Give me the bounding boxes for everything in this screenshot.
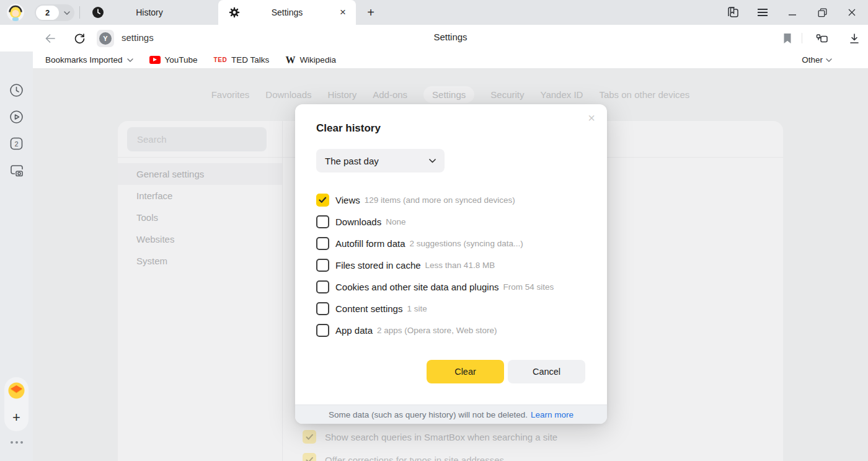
checkbox-row-cookies[interactable]: Cookies and other site data and plugins … — [316, 279, 554, 294]
settings-search-input[interactable] — [127, 127, 267, 151]
nav-tab-security[interactable]: Security — [490, 86, 524, 103]
profile-avatar[interactable] — [7, 4, 24, 21]
checkbox-icon[interactable] — [316, 302, 329, 315]
checkbox-detail: From 54 sites — [503, 282, 554, 292]
screenshot-icon[interactable] — [0, 160, 33, 181]
checkbox-label: Cookies and other site data and plugins — [335, 282, 499, 292]
wikipedia-icon: W — [285, 55, 295, 66]
sidebar-services-pill: + — [4, 377, 29, 431]
youtube-icon — [149, 56, 161, 64]
checkbox-row-app-data[interactable]: App data 2 apps (Opera store, Web store) — [316, 323, 497, 338]
checkbox-icon[interactable] — [316, 194, 329, 207]
checkbox-label: Files stored in cache — [335, 260, 421, 271]
tabs-panel-icon[interactable]: 2 — [0, 133, 33, 154]
restore-window-icon[interactable] — [807, 0, 837, 25]
chevron-down-icon — [826, 58, 832, 62]
bookmarks-imported-label: Bookmarks Imported — [45, 55, 123, 65]
checkbox-label: Views — [335, 195, 360, 205]
bookmark-flag-icon[interactable] — [779, 30, 795, 47]
checkbox-icon[interactable] — [316, 280, 329, 293]
checkbox-label: App data — [335, 325, 373, 336]
sidebar-item-system[interactable]: System — [118, 250, 282, 272]
time-range-select[interactable]: The past day — [316, 149, 445, 172]
checkbox-icon[interactable] — [316, 324, 329, 337]
toolbar: Y settings Settings — [33, 25, 868, 51]
chevron-down-icon[interactable] — [59, 11, 74, 15]
nav-tab-yandex-id[interactable]: Yandex ID — [540, 86, 583, 103]
nav-tab-settings[interactable]: Settings — [423, 86, 474, 103]
bookmark-ted-talks[interactable]: TED TED Talks — [214, 55, 270, 65]
checkbox-detail: 1 site — [407, 304, 427, 313]
dialog-close-icon[interactable]: × — [584, 110, 599, 125]
new-tab-button[interactable]: + — [362, 4, 379, 21]
nav-tab-other-devices[interactable]: Tabs on other devices — [599, 86, 689, 103]
browser-side-panel: 2 + — [0, 51, 33, 461]
panel-divider — [282, 121, 283, 461]
youtube-label: YouTube — [165, 55, 198, 65]
sidebar-item-websites[interactable]: Websites — [118, 228, 282, 250]
tab-history-label: History — [82, 7, 217, 17]
bookmarks-imported-folder[interactable]: Bookmarks Imported — [45, 55, 133, 65]
nav-tab-downloads[interactable]: Downloads — [265, 86, 311, 103]
checkbox-detail: Less than 41.8 MB — [425, 261, 495, 270]
page-title: Settings — [33, 32, 868, 42]
password-manager-icon[interactable] — [814, 30, 830, 47]
checkbox-row-cache[interactable]: Files stored in cache Less than 41.8 MB — [316, 257, 495, 272]
nav-tab-addons[interactable]: Add-ons — [373, 86, 407, 103]
cancel-button[interactable]: Cancel — [508, 360, 585, 383]
checkbox-label: Downloads — [335, 217, 381, 227]
chevron-down-icon — [127, 58, 133, 62]
tab-group-pill[interactable]: 2 — [35, 4, 74, 21]
checkbox-row-content-settings[interactable]: Content settings 1 site — [316, 301, 427, 316]
checked-checkbox-icon — [303, 453, 316, 461]
checkbox-label: Content settings — [335, 303, 402, 314]
clear-button[interactable]: Clear — [427, 360, 504, 383]
collections-icon[interactable] — [718, 0, 748, 25]
checkbox-row-views[interactable]: Views 129 items (and more on synced devi… — [316, 192, 515, 207]
checkbox-detail: 2 suggestions (syncing data...) — [410, 239, 523, 248]
ted-icon: TED — [214, 56, 228, 63]
checkbox-icon[interactable] — [316, 215, 329, 228]
footer-note: Some data (such as query history) will n… — [329, 410, 528, 419]
bookmark-wikipedia[interactable]: W Wikipedia — [285, 55, 336, 66]
bookmarks-other-folder[interactable]: Other — [802, 55, 832, 65]
sidebar-item-interface[interactable]: Interface — [118, 185, 282, 207]
nav-tab-history[interactable]: History — [328, 86, 357, 103]
sidebar-item-tools[interactable]: Tools — [118, 207, 282, 228]
clear-history-dialog: × Clear history The past day Views 129 i… — [295, 104, 607, 424]
checked-checkbox-icon — [303, 430, 316, 444]
video-player-icon[interactable] — [0, 106, 33, 127]
other-label: Other — [802, 55, 823, 65]
close-tab-icon[interactable]: × — [336, 6, 350, 19]
settings-nav-tabs: Favorites Downloads History Add-ons Sett… — [118, 86, 783, 103]
history-panel-icon[interactable] — [0, 79, 33, 101]
tab-settings[interactable]: Settings × — [218, 0, 356, 25]
tab-history[interactable]: History — [82, 0, 217, 25]
ted-talks-label: TED Talks — [231, 55, 269, 65]
nav-tab-favorites[interactable]: Favorites — [211, 86, 250, 103]
svg-text:2: 2 — [14, 140, 18, 147]
add-service-button[interactable]: + — [4, 410, 29, 426]
option-typo-corrections[interactable]: Offer corrections for typos in site addr… — [303, 453, 504, 461]
menu-icon[interactable] — [748, 0, 777, 25]
dialog-title: Clear history — [316, 122, 381, 135]
learn-more-link[interactable]: Learn more — [531, 410, 574, 419]
wikipedia-label: Wikipedia — [299, 55, 336, 65]
option-label: Offer corrections for typos in site addr… — [325, 455, 504, 461]
toolbar-left-cap — [0, 25, 33, 51]
option-smartbox-queries[interactable]: Show search queries in SmartBox when sea… — [303, 430, 557, 444]
tab-group-count[interactable]: 2 — [36, 6, 59, 20]
toolbar-separator — [802, 33, 802, 43]
checkbox-row-autofill[interactable]: Autofill form data 2 suggestions (syncin… — [316, 236, 523, 251]
checkbox-row-downloads[interactable]: Downloads None — [316, 214, 406, 229]
checkbox-icon[interactable] — [316, 237, 329, 250]
downloads-icon[interactable] — [846, 30, 862, 47]
tab-settings-label: Settings — [218, 7, 356, 17]
bookmark-youtube[interactable]: YouTube — [149, 55, 198, 65]
checkbox-icon[interactable] — [316, 259, 329, 272]
minimize-icon[interactable] — [777, 0, 807, 25]
sidebar-more-icon[interactable] — [0, 441, 33, 444]
sidebar-item-general-settings[interactable]: General settings — [118, 163, 282, 185]
yandex-mail-icon[interactable] — [8, 382, 25, 401]
close-window-icon[interactable] — [837, 0, 867, 25]
